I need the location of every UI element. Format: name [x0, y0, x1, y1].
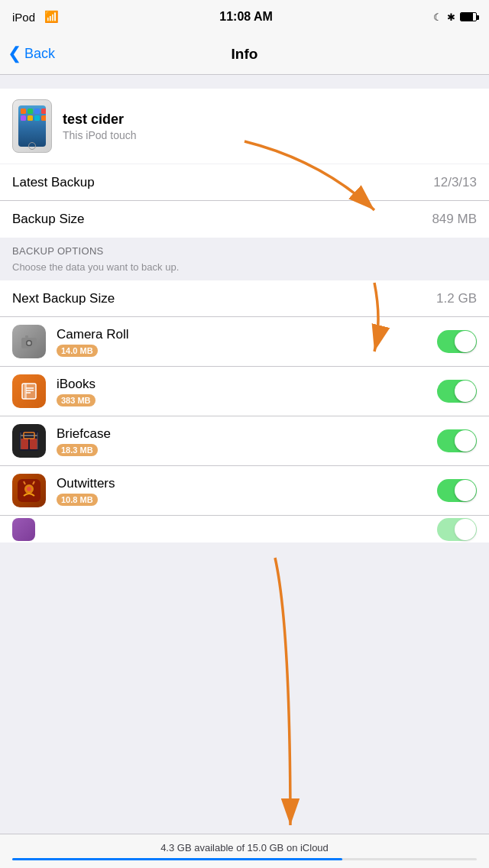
outwitters-name: Outwitters [57, 476, 437, 491]
app-row-partial [0, 516, 489, 542]
toggle-knob [455, 430, 476, 452]
next-backup-size-label: Next Backup Size [12, 291, 115, 306]
latest-backup-value: 12/3/13 [433, 175, 477, 190]
app-row-outwitters: Outwitters 10.8 MB [0, 466, 489, 516]
svg-rect-5 [24, 384, 27, 399]
status-right: ☾ ✱ [433, 11, 477, 23]
svg-rect-10 [21, 439, 28, 449]
backup-size-row: Backup Size 849 MB [0, 201, 489, 238]
back-chevron-icon: ❮ [8, 45, 21, 62]
camera-roll-icon [12, 325, 46, 358]
toggle-knob [455, 331, 476, 352]
device-screen [18, 105, 46, 147]
next-backup-size-value: 1.2 GB [436, 291, 477, 306]
briefcase-info: Briefcase 18.3 MB [57, 426, 437, 456]
svg-point-18 [27, 487, 31, 491]
svg-point-2 [28, 342, 31, 345]
bluetooth-icon: ✱ [447, 11, 455, 23]
app-section: Next Backup Size 1.2 GB Camera Roll 14.0… [0, 280, 489, 542]
device-home-button [28, 142, 36, 150]
ibooks-info: iBooks 383 MB [57, 377, 437, 406]
device-label: iPod [12, 11, 35, 24]
camera-roll-size: 14.0 MB [57, 345, 98, 357]
bottom-bar: 4.3 GB available of 15.0 GB on iCloud [0, 834, 489, 868]
outwitters-size: 10.8 MB [57, 494, 98, 506]
toggle-knob [455, 381, 476, 402]
backup-options-header-section: BACKUP OPTIONS Choose the data you want … [0, 238, 489, 280]
camera-roll-name: Camera Roll [57, 327, 437, 342]
backup-size-label: Backup Size [12, 212, 85, 227]
page-wrapper: iPod 📶 11:08 AM ☾ ✱ ❮ Back Info [0, 0, 489, 542]
latest-backup-row: Latest Backup 12/3/13 [0, 164, 489, 201]
backup-options-subtext: Choose the data you want to back up. [0, 261, 489, 280]
status-left: iPod 📶 [12, 10, 59, 24]
device-info-text: test cider This iPod touch [63, 112, 137, 141]
app-row-ibooks: iBooks 383 MB [0, 367, 489, 416]
camera-roll-toggle[interactable] [437, 330, 477, 353]
device-section-wrapper: test cider This iPod touch [0, 89, 489, 164]
ibooks-icon [12, 374, 46, 408]
app-row-briefcase: Briefcase 18.3 MB [0, 416, 489, 466]
ibooks-name: iBooks [57, 377, 437, 392]
status-time: 11:08 AM [219, 10, 273, 24]
moon-icon: ☾ [433, 11, 442, 23]
back-label[interactable]: Back [24, 46, 55, 62]
toggle-knob [455, 480, 476, 501]
briefcase-size: 18.3 MB [57, 444, 98, 456]
svg-rect-11 [30, 439, 37, 449]
nav-bar: ❮ Back Info [0, 34, 489, 75]
device-subtitle: This iPod touch [63, 129, 137, 141]
next-backup-size-row: Next Backup Size 1.2 GB [0, 280, 489, 317]
backup-size-value: 849 MB [432, 212, 477, 227]
briefcase-name: Briefcase [57, 426, 437, 442]
toggle-knob [455, 519, 476, 540]
back-button[interactable]: ❮ Back [8, 46, 55, 62]
outwitters-toggle[interactable] [437, 479, 477, 502]
app-row-camera-roll: Camera Roll 14.0 MB [0, 317, 489, 367]
partial-toggle[interactable] [437, 518, 477, 541]
battery-icon [460, 12, 477, 21]
svg-rect-4 [22, 384, 36, 399]
icloud-progress-fill [12, 858, 342, 860]
device-name: test cider [63, 112, 137, 128]
wifi-icon: 📶 [41, 10, 59, 24]
briefcase-icon [12, 424, 46, 458]
status-bar: iPod 📶 11:08 AM ☾ ✱ [0, 0, 489, 34]
icloud-storage-text: 4.3 GB available of 15.0 GB on iCloud [160, 842, 329, 853]
svg-rect-3 [25, 335, 28, 338]
outwitters-icon [12, 474, 46, 507]
device-image [12, 99, 52, 153]
device-section: test cider This iPod touch [0, 89, 489, 164]
info-section: Latest Backup 12/3/13 Backup Size 849 MB [0, 164, 489, 238]
latest-backup-label: Latest Backup [12, 175, 95, 190]
partial-app-icon [12, 518, 35, 541]
backup-options-header: BACKUP OPTIONS [0, 238, 489, 261]
camera-roll-info: Camera Roll 14.0 MB [57, 327, 437, 357]
ibooks-size: 383 MB [57, 394, 96, 406]
outwitters-info: Outwitters 10.8 MB [57, 476, 437, 506]
nav-title: Info [232, 46, 258, 63]
briefcase-toggle[interactable] [437, 429, 477, 452]
ibooks-toggle[interactable] [437, 380, 477, 403]
icloud-progress-bar [12, 858, 477, 860]
